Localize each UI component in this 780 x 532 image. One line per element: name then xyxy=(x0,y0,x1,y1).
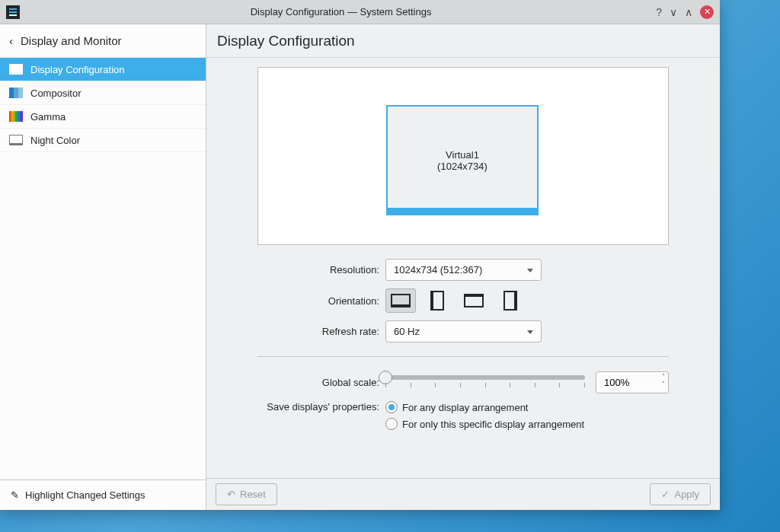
radio-any-arrangement[interactable]: For any display arrangement xyxy=(385,401,669,413)
landscape-flipped-icon xyxy=(464,294,484,307)
preview-display-resolution: (1024x734) xyxy=(437,161,488,172)
sidebar-item-label: Gamma xyxy=(30,111,66,123)
orientation-portrait-right-button[interactable] xyxy=(495,288,526,313)
resolution-select[interactable]: 1024x734 (512:367) xyxy=(385,259,542,281)
spin-up-icon[interactable]: ˄ xyxy=(662,374,665,380)
window-title: Display Configuration — System Settings xyxy=(26,6,656,18)
radio-icon xyxy=(385,418,398,430)
display-layout-preview[interactable]: Virtual1 (1024x734) xyxy=(257,67,669,245)
orientation-group xyxy=(385,288,669,313)
row-refresh-rate: Refresh rate: 60 Hz xyxy=(257,320,669,342)
app-icon xyxy=(6,5,20,19)
content-area: ‹ Display and Monitor Display Configurat… xyxy=(0,24,720,510)
night-color-icon xyxy=(9,135,23,145)
highlight-icon: ✎ xyxy=(11,489,19,501)
refresh-rate-select[interactable]: 60 Hz xyxy=(385,320,542,342)
orientation-landscape-button[interactable] xyxy=(385,288,416,313)
preview-display-virtual1[interactable]: Virtual1 (1024x734) xyxy=(386,105,539,215)
orientation-landscape-flipped-button[interactable] xyxy=(459,288,489,313)
minimize-icon[interactable]: ∨ xyxy=(670,6,677,18)
sidebar-item-label: Display Configuration xyxy=(30,64,125,75)
slider-ticks xyxy=(385,383,585,387)
apply-label: Apply xyxy=(674,489,699,500)
sidebar-items: Display Configuration Compositor Gamma N… xyxy=(0,58,206,479)
check-icon: ✓ xyxy=(661,489,670,500)
refresh-rate-value: 60 Hz xyxy=(394,326,420,337)
sidebar-item-display-configuration[interactable]: Display Configuration xyxy=(0,58,206,81)
label-global-scale: Global scale: xyxy=(257,377,385,388)
sidebar-category-title: Display and Monitor xyxy=(21,34,122,47)
main-panel: Display Configuration Virtual1 (1024x734… xyxy=(206,24,720,510)
help-icon[interactable]: ? xyxy=(656,6,662,18)
portrait-right-icon xyxy=(503,291,517,311)
chevron-left-icon: ‹ xyxy=(9,34,13,47)
close-icon[interactable]: ✕ xyxy=(700,5,714,19)
main-footer: ↶ Reset ✓ Apply xyxy=(206,478,720,510)
reset-label: Reset xyxy=(240,489,266,500)
orientation-portrait-left-button[interactable] xyxy=(422,288,452,313)
sidebar-item-label: Compositor xyxy=(30,88,81,99)
radio-icon xyxy=(385,401,398,413)
row-save-props: Save displays' properties: For any displ… xyxy=(257,401,669,435)
main-header: Display Configuration xyxy=(206,24,720,58)
radio-specific-label: For only this specific display arrangeme… xyxy=(402,419,584,430)
global-scale-value: 100% xyxy=(604,377,629,388)
global-scale-spinbox[interactable]: 100% ˄ ˅ xyxy=(596,371,669,393)
preview-display-name: Virtual1 xyxy=(446,149,479,161)
sidebar-item-label: Night Color xyxy=(30,135,80,146)
label-refresh-rate: Refresh rate: xyxy=(257,326,385,337)
resolution-value: 1024x734 (512:367) xyxy=(394,264,482,276)
label-orientation: Orientation: xyxy=(257,295,385,307)
sidebar-back[interactable]: ‹ Display and Monitor xyxy=(0,24,206,58)
reset-button[interactable]: ↶ Reset xyxy=(216,483,277,505)
settings-window: Display Configuration — System Settings … xyxy=(0,0,720,510)
window-controls: ? ∨ ∧ ✕ xyxy=(656,5,714,19)
label-save-props: Save displays' properties: xyxy=(257,401,385,413)
row-resolution: Resolution: 1024x734 (512:367) xyxy=(257,259,669,281)
highlight-label: Highlight Changed Settings xyxy=(25,489,145,501)
radio-any-label: For any display arrangement xyxy=(402,402,528,413)
maximize-icon[interactable]: ∧ xyxy=(685,6,692,18)
compositor-icon xyxy=(9,88,23,98)
sidebar-item-night-color[interactable]: Night Color xyxy=(0,129,206,152)
portrait-left-icon xyxy=(430,291,444,311)
highlight-changed-button[interactable]: ✎ Highlight Changed Settings xyxy=(0,479,206,510)
apply-button[interactable]: ✓ Apply xyxy=(650,483,711,505)
display-icon xyxy=(9,64,23,75)
settings-form: Resolution: 1024x734 (512:367) Orientati… xyxy=(257,259,669,435)
separator xyxy=(257,356,669,357)
page-title: Display Configuration xyxy=(217,33,355,49)
spin-arrows: ˄ ˅ xyxy=(662,374,665,387)
sidebar-item-compositor[interactable]: Compositor xyxy=(0,81,206,105)
slider-bar xyxy=(385,375,585,380)
global-scale-slider[interactable] xyxy=(385,371,585,393)
sidebar-item-gamma[interactable]: Gamma xyxy=(0,105,206,129)
row-orientation: Orientation: xyxy=(257,288,669,313)
label-resolution: Resolution: xyxy=(257,264,385,276)
gamma-icon xyxy=(9,111,23,122)
sidebar: ‹ Display and Monitor Display Configurat… xyxy=(0,24,206,510)
row-global-scale: Global scale: 100% xyxy=(257,371,669,393)
undo-icon: ↶ xyxy=(227,489,235,500)
main-body: Virtual1 (1024x734) Resolution: 1024x734… xyxy=(206,58,720,478)
landscape-icon xyxy=(391,294,411,307)
radio-specific-arrangement[interactable]: For only this specific display arrangeme… xyxy=(385,418,669,430)
spin-down-icon[interactable]: ˅ xyxy=(662,381,665,387)
titlebar[interactable]: Display Configuration — System Settings … xyxy=(0,0,720,24)
